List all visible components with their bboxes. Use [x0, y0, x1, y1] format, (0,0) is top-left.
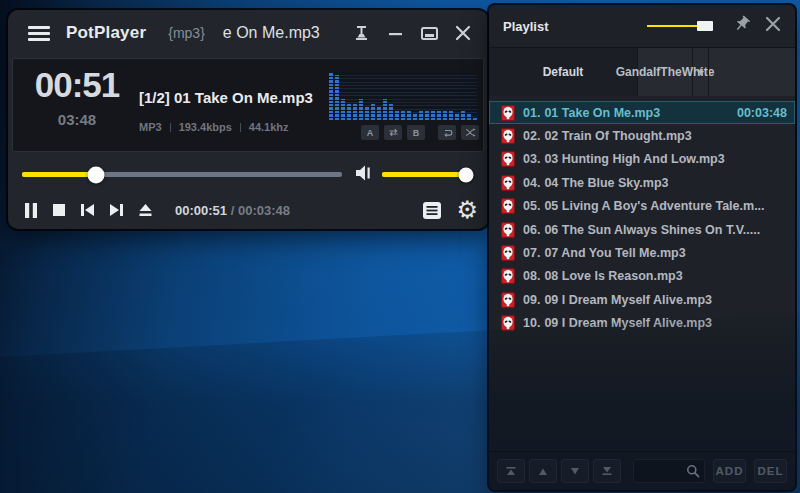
pin-playlist-icon[interactable] — [733, 15, 751, 37]
volume-icon — [354, 164, 374, 186]
playlist-row[interactable]: 06. 06 The Sun Always Shines On T.V..... — [489, 218, 795, 241]
spectrum-bar — [407, 110, 411, 120]
elapsed-time-text: 00:00:51 — [175, 203, 227, 218]
repeat-icon[interactable] — [384, 125, 402, 140]
repeat-mode-buttons: A B — [361, 125, 479, 140]
menu-icon[interactable] — [28, 26, 50, 41]
track-file-icon — [501, 245, 515, 261]
seek-bar[interactable] — [22, 172, 342, 177]
playlist-row[interactable]: 04. 04 The Blue Sky.mp3 — [489, 171, 795, 194]
ab-repeat-b-button[interactable]: B — [407, 125, 425, 140]
track-number: 04. — [523, 176, 540, 190]
move-top-icon[interactable] — [497, 459, 525, 483]
playlist-tab[interactable]: GandalfTheWhite — [638, 48, 693, 96]
playlist-row[interactable]: 10. 09 I Dream Myself Alive.mp3 — [489, 312, 795, 335]
playlist-title: Playlist — [503, 19, 549, 34]
playlist-footer: ADD DEL — [489, 451, 795, 490]
transport-controls: 00:00:51 / 00:03:48 ⚙ — [24, 196, 478, 224]
track-file-icon — [501, 222, 515, 238]
track-name: 04 The Blue Sky.mp3 — [544, 176, 668, 190]
track-file-icon — [501, 268, 515, 284]
track-number: 01. — [523, 106, 540, 120]
track-number: 02. — [523, 129, 540, 143]
track-title: [1/2] 01 Take On Me.mp3 — [139, 89, 313, 106]
track-number: 09. — [523, 293, 540, 307]
search-input[interactable] — [638, 464, 686, 478]
playlist-toggle-icon[interactable] — [422, 201, 442, 220]
add-button[interactable]: ADD — [713, 459, 746, 483]
playlist-tab[interactable]: + — [693, 48, 709, 96]
playlist-items: 01. 01 Take On Me.mp3 00:03:48 02. 02 Tr… — [489, 96, 795, 451]
spectrum-bar — [335, 75, 339, 120]
playlist-row[interactable]: 02. 02 Train Of Thought.mp3 — [489, 124, 795, 147]
pause-icon[interactable] — [24, 202, 38, 219]
track-name: 09 I Dream Myself Alive.mp3 — [544, 316, 712, 330]
spectrum-bar — [473, 117, 477, 120]
spectrum-bar — [341, 99, 345, 120]
seek-progress-fill — [22, 172, 96, 177]
spectrum-bar — [365, 106, 369, 120]
loop-icon[interactable] — [438, 125, 456, 140]
title-marquee-filename: e On Me.mp3 — [223, 24, 320, 42]
shuffle-icon[interactable] — [461, 125, 479, 140]
meta-divider — [170, 123, 171, 132]
playlist-row[interactable]: 09. 09 I Dream Myself Alive.mp3 — [489, 288, 795, 311]
playlist-tabs: DefaultGandalfTheWhite+ — [489, 47, 795, 96]
settings-gear-icon[interactable]: ⚙ — [456, 198, 478, 222]
total-time-small: 03:48 — [21, 111, 133, 128]
playlist-search-box[interactable] — [633, 459, 705, 483]
eject-icon[interactable] — [138, 203, 153, 217]
title-format-tag: {mp3} — [168, 25, 205, 41]
spectrum-bar — [389, 103, 393, 120]
search-icon — [686, 464, 700, 478]
close-icon[interactable] — [452, 22, 474, 44]
maximize-icon[interactable] — [418, 22, 440, 44]
stop-icon[interactable] — [52, 203, 66, 217]
track-file-icon — [501, 175, 515, 191]
track-name: 09 I Dream Myself Alive.mp3 — [544, 293, 712, 307]
opacity-slider-thumb[interactable] — [697, 21, 713, 31]
previous-track-icon[interactable] — [80, 203, 95, 217]
track-number: 07. — [523, 246, 540, 260]
close-playlist-icon[interactable] — [765, 16, 781, 36]
playlist-opacity-slider[interactable] — [647, 21, 715, 31]
playlist-row[interactable]: 05. 05 Living A Boy's Adventure Tale.m..… — [489, 195, 795, 218]
track-number: 08. — [523, 269, 540, 283]
playlist-row[interactable]: 01. 01 Take On Me.mp3 00:03:48 — [489, 101, 795, 124]
next-track-icon[interactable] — [109, 203, 124, 217]
samplerate-label: 44.1khz — [249, 121, 289, 133]
spectrum-bar — [437, 110, 441, 120]
track-name: 02 Train Of Thought.mp3 — [544, 129, 691, 143]
codec-label: MP3 — [139, 121, 162, 133]
spectrum-bar — [431, 110, 435, 120]
track-name: 03 Hunting High And Low.mp3 — [544, 152, 724, 166]
minimize-icon[interactable] — [384, 22, 406, 44]
always-on-top-icon[interactable] — [350, 22, 372, 44]
volume-bar[interactable] — [382, 172, 470, 177]
ab-repeat-a-button[interactable]: A — [361, 125, 379, 140]
track-duration: 00:03:48 — [737, 106, 787, 120]
track-number: 10. — [523, 316, 540, 330]
spectrum-bar — [401, 110, 405, 120]
track-file-icon — [501, 198, 515, 214]
seek-thumb[interactable] — [87, 166, 104, 183]
move-bottom-icon[interactable] — [593, 459, 621, 483]
desktop-wallpaper: PotPlayer {mp3} e On Me.mp3 00:51 0 — [0, 0, 800, 493]
track-file-icon — [501, 292, 515, 308]
playlist-row[interactable]: 07. 07 And You Tell Me.mp3 — [489, 241, 795, 264]
potplayer-window: PotPlayer {mp3} e On Me.mp3 00:51 0 — [8, 10, 488, 229]
move-up-icon[interactable] — [529, 459, 557, 483]
spectrum-bar — [467, 113, 471, 120]
transport-time: 00:00:51 / 00:03:48 — [175, 203, 290, 218]
track-name: 05 Living A Boy's Adventure Tale.m... — [544, 199, 764, 213]
info-display-panel: 00:51 03:48 [1/2] 01 Take On Me.mp3 MP3 … — [12, 58, 484, 152]
del-button[interactable]: DEL — [754, 459, 787, 483]
move-down-icon[interactable] — [561, 459, 589, 483]
spectrum-bar — [455, 113, 459, 120]
playlist-row[interactable]: 03. 03 Hunting High And Low.mp3 — [489, 148, 795, 171]
track-file-icon — [501, 105, 515, 121]
volume-thumb[interactable] — [458, 167, 473, 182]
playlist-row[interactable]: 08. 08 Love Is Reason.mp3 — [489, 265, 795, 288]
track-name: 07 And You Tell Me.mp3 — [544, 246, 685, 260]
volume-fill — [382, 172, 466, 177]
